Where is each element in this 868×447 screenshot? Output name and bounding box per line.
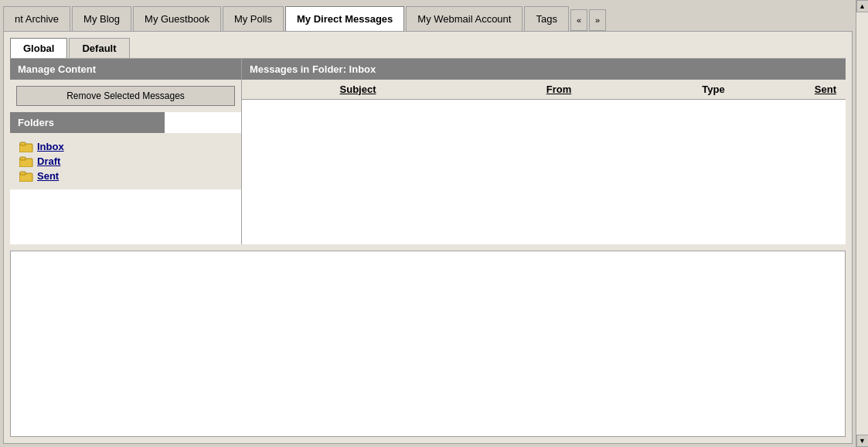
page-body: Global Default Manage Content Remove Sel… [3, 31, 853, 444]
messages-body [242, 100, 846, 244]
tab-my-polls[interactable]: My Polls [223, 6, 284, 31]
tab-my-direct-messages[interactable]: My Direct Messages [285, 6, 404, 31]
svg-rect-5 [20, 172, 26, 175]
messages-table-header: Subject From Type Sent [242, 80, 846, 100]
sub-tab-bar: Global Default [4, 32, 852, 58]
col-sent-header[interactable]: Sent [783, 84, 846, 95]
tab-tags[interactable]: Tags [524, 6, 568, 31]
col-subject-header[interactable]: Subject [242, 84, 474, 95]
svg-rect-3 [20, 157, 26, 160]
remove-selected-messages-button[interactable]: Remove Selected Messages [16, 86, 235, 106]
col-from-header[interactable]: From [474, 84, 644, 95]
folder-draft-label[interactable]: Draft [37, 155, 60, 167]
tab-next-button[interactable]: » [589, 9, 606, 31]
main-content: nt Archive My Blog My Guestbook My Polls… [0, 0, 856, 447]
scrollbar-right: ▲ ▼ [856, 0, 868, 447]
folder-icon-sent [19, 171, 33, 182]
svg-rect-1 [20, 142, 26, 145]
tab-bar: nt Archive My Blog My Guestbook My Polls… [0, 0, 856, 31]
folders-header: Folders [10, 112, 165, 133]
bottom-area [10, 251, 846, 438]
folder-inbox-label[interactable]: Inbox [37, 141, 64, 152]
folder-inbox[interactable]: Inbox [19, 141, 232, 152]
manage-content-header: Manage Content [10, 59, 241, 80]
tab-my-blog[interactable]: My Blog [72, 6, 131, 31]
tab-my-webmail-account[interactable]: My Webmail Account [406, 6, 523, 31]
folders-list: Inbox Draft [10, 133, 241, 189]
remove-btn-row: Remove Selected Messages [10, 80, 241, 112]
folder-icon-inbox [19, 142, 33, 152]
tab-content-archive[interactable]: nt Archive [3, 6, 70, 31]
folder-icon-draft [19, 156, 33, 167]
tab-my-guestbook[interactable]: My Guestbook [133, 6, 221, 31]
tab-prev-button[interactable]: « [570, 9, 587, 31]
folder-draft[interactable]: Draft [19, 155, 232, 167]
left-panel: Manage Content Remove Selected Messages … [10, 59, 242, 244]
folder-sent[interactable]: Sent [19, 170, 232, 182]
messages-header: Messages in Folder: Inbox [242, 59, 846, 80]
content-area: Manage Content Remove Selected Messages … [10, 58, 846, 244]
scrollbar-track[interactable] [856, 12, 869, 435]
sub-tab-global[interactable]: Global [10, 38, 67, 58]
scrollbar-up-button[interactable]: ▲ [856, 0, 869, 12]
folder-sent-label[interactable]: Sent [37, 170, 59, 182]
col-type-header: Type [644, 84, 783, 95]
right-panel: Messages in Folder: Inbox Subject From T… [242, 59, 846, 244]
scrollbar-down-button[interactable]: ▼ [856, 435, 869, 447]
sub-tab-default[interactable]: Default [69, 38, 129, 58]
